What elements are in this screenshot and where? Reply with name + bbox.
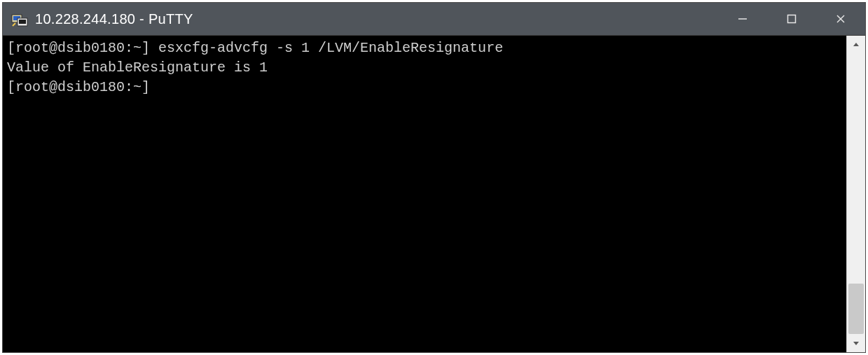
window-title: 10.228.244.180 - PuTTY <box>35 11 193 27</box>
minimize-button[interactable] <box>718 3 767 35</box>
scroll-down-button[interactable] <box>847 334 865 352</box>
svg-rect-3 <box>19 20 26 24</box>
vertical-scrollbar[interactable] <box>846 36 865 352</box>
scroll-up-button[interactable] <box>847 36 865 54</box>
close-button[interactable] <box>816 3 865 35</box>
putty-window: 10.228.244.180 - PuTTY [root@dsib0180:~]… <box>3 3 865 352</box>
client-area: [root@dsib0180:~] esxcfg-advcfg -s 1 /LV… <box>3 35 865 352</box>
window-control-buttons <box>718 3 865 35</box>
scrollbar-thumb[interactable] <box>848 284 864 334</box>
putty-icon <box>11 11 28 27</box>
shell-command: esxcfg-advcfg -s 1 /LVM/EnableResignatur… <box>150 40 503 56</box>
svg-rect-5 <box>788 15 796 23</box>
terminal-output[interactable]: [root@dsib0180:~] esxcfg-advcfg -s 1 /LV… <box>3 36 846 352</box>
shell-prompt: [root@dsib0180:~] <box>7 79 150 95</box>
shell-output: Value of EnableResignature is 1 <box>7 60 268 76</box>
terminal-cursor <box>158 80 165 95</box>
maximize-button[interactable] <box>767 3 816 35</box>
scrollbar-track[interactable] <box>847 54 865 334</box>
title-bar[interactable]: 10.228.244.180 - PuTTY <box>3 3 865 35</box>
shell-prompt: [root@dsib0180:~] <box>7 40 150 56</box>
